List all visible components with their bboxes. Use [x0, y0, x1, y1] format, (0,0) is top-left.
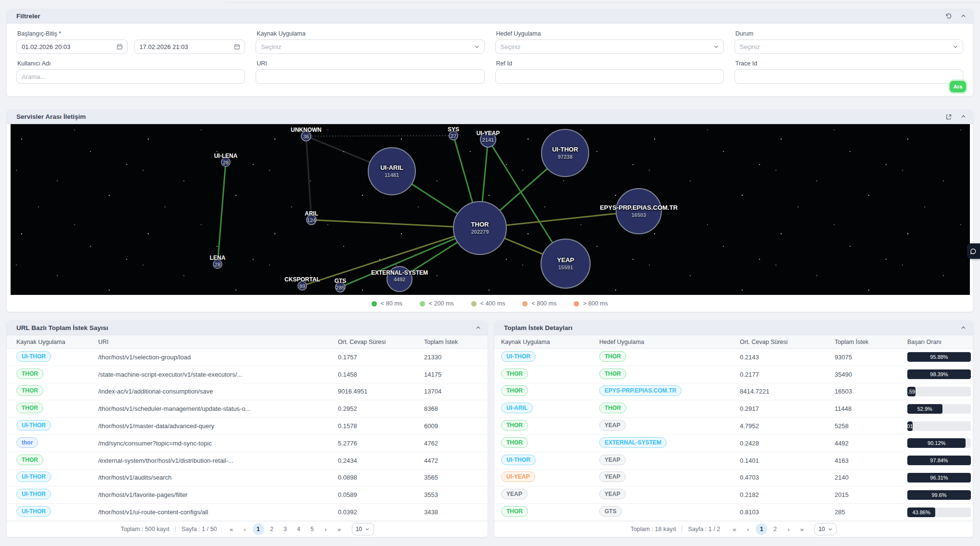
uri-input[interactable] — [261, 73, 479, 80]
table-cell: /thor/host/v1/scheduler-management/updat… — [98, 405, 338, 412]
graph-node-ui-lena[interactable] — [221, 157, 231, 167]
badge-cell: UI-ARIL — [501, 403, 599, 415]
collapse-filters-icon[interactable] — [959, 13, 967, 20]
table-row: THOR/external-system/thor/host/v1/distri… — [7, 452, 488, 470]
app-badge: UI-YEAP — [501, 471, 535, 482]
reset-filters-icon[interactable] — [945, 13, 953, 20]
refid-field[interactable] — [495, 69, 724, 84]
chat-bubble-button[interactable] — [967, 243, 980, 259]
page-size-value: 10 — [356, 526, 362, 533]
app-badge: THOR — [599, 368, 626, 379]
url-table-pagination: Toplam : 500 kayıtSayfa : 1 / 50«‹12345›… — [7, 521, 488, 537]
end-date-field[interactable] — [134, 39, 245, 54]
uri-field[interactable] — [256, 69, 484, 84]
page-button-5[interactable]: 5 — [307, 523, 318, 535]
details-table-page-size-select[interactable]: 10 — [814, 523, 837, 535]
end-date-input[interactable] — [140, 43, 240, 51]
table-cell: 0.1458 — [338, 371, 424, 378]
next-page-button[interactable]: › — [783, 523, 794, 535]
table-row: UI-THORYEAP0.1401416397.84% — [494, 452, 973, 470]
column-header: Kaynak Uygulama — [16, 339, 98, 345]
graph-node-ui-yeap[interactable] — [480, 131, 496, 148]
graph-node-ui-aril[interactable] — [368, 147, 416, 195]
graph-node-thor[interactable] — [453, 201, 507, 255]
legend-label: < 800 ms — [531, 300, 556, 307]
collapse-url-table-icon[interactable] — [474, 324, 482, 332]
table-cell: 8414.7221 — [740, 388, 835, 395]
column-header: Başarı Oranı — [907, 339, 973, 345]
table-cell: /thor/host/v1/audits/search — [98, 474, 338, 481]
badge-cell: thor — [16, 437, 98, 449]
graph-node-ui-thor[interactable] — [541, 129, 589, 177]
success-rate-bar: 52.9% — [907, 404, 971, 414]
status-placeholder: Seçiniz — [740, 43, 760, 51]
last-page-button[interactable]: » — [796, 523, 808, 535]
graph-node-cksportal[interactable] — [297, 281, 307, 291]
table-cell: 4492 — [835, 440, 907, 447]
legend-dot — [420, 301, 425, 306]
page-button-2[interactable]: 2 — [769, 523, 781, 535]
graph-node-aril[interactable] — [306, 215, 317, 225]
table-cell: 0.2182 — [740, 491, 835, 498]
next-page-button[interactable]: › — [320, 523, 332, 535]
legend-item: < 200 ms — [420, 300, 454, 307]
app-badge: THOR — [599, 403, 626, 413]
badge-cell: THOR — [501, 420, 599, 432]
success-rate-fill: 99.6% — [907, 490, 971, 500]
username-field[interactable] — [16, 69, 245, 84]
collapse-details-table-icon[interactable] — [959, 324, 967, 332]
start-date-field[interactable] — [16, 39, 128, 54]
source-app-select[interactable]: Seçiniz — [256, 39, 484, 54]
page-button-1[interactable]: 1 — [756, 523, 767, 535]
prev-page-button[interactable]: ‹ — [239, 523, 251, 535]
success-rate-bar: 01 — [907, 421, 971, 431]
refid-label: Ref Id — [496, 60, 724, 67]
badge-cell: THOR — [501, 385, 599, 397]
chat-bubble-icon — [970, 248, 977, 255]
graph-node-unknown[interactable] — [301, 131, 311, 141]
page-button-2[interactable]: 2 — [266, 523, 278, 535]
table-row: UI-THORTHOR0.21439307595.88% — [494, 349, 973, 366]
badge-cell: UI-THOR — [16, 471, 98, 483]
first-page-button[interactable]: « — [729, 523, 740, 535]
refid-input[interactable] — [501, 73, 719, 80]
table-cell: 0.1578 — [338, 422, 424, 430]
last-page-button[interactable]: » — [334, 523, 345, 535]
badge-cell: UI-THOR — [16, 489, 98, 501]
expand-icon[interactable] — [945, 113, 953, 121]
page-button-4[interactable]: 4 — [293, 523, 305, 535]
graph-node-external-system[interactable] — [387, 266, 413, 292]
graph-node-lena[interactable] — [213, 259, 222, 269]
badge-cell: UI-YEAP — [501, 471, 599, 483]
collapse-graph-icon[interactable] — [959, 113, 967, 121]
start-date-input[interactable] — [22, 43, 122, 51]
prev-page-button[interactable]: ‹ — [742, 523, 754, 535]
table-cell: 0.2917 — [740, 405, 835, 412]
page-button-3[interactable]: 3 — [280, 523, 291, 535]
graph-node-yeap[interactable] — [541, 239, 591, 289]
badge-cell: YEAP — [599, 455, 740, 467]
page-button-1[interactable]: 1 — [253, 523, 264, 535]
table-cell: 0.0392 — [338, 508, 424, 516]
traceid-field[interactable] — [735, 69, 963, 84]
calendar-icon[interactable] — [116, 44, 123, 50]
column-header: Kaynak Uygulama — [501, 339, 599, 345]
url-table-page-size-select[interactable]: 10 — [352, 523, 374, 535]
graph-node-epys-prp.epias.com.tr[interactable] — [616, 188, 662, 234]
search-button[interactable]: Ara — [950, 81, 966, 92]
traceid-input[interactable] — [740, 73, 958, 80]
graph-node-sys[interactable] — [449, 131, 458, 140]
calendar-icon[interactable] — [234, 44, 240, 50]
legend-dot — [471, 301, 477, 306]
success-rate-bar: 97.84% — [907, 456, 971, 465]
first-page-button[interactable]: « — [226, 523, 237, 535]
graph-canvas[interactable]: UNKNOWN36SYS27UI-YEAP2141UI-THOR97238UI-… — [11, 124, 970, 295]
app-badge: UI-THOR — [16, 471, 51, 482]
app-badge: YEAP — [599, 455, 626, 465]
username-input[interactable] — [22, 73, 240, 80]
badge-cell: YEAP — [599, 420, 740, 432]
graph-node-gts[interactable] — [335, 282, 346, 292]
status-select[interactable]: Seçiniz — [735, 39, 963, 54]
target-app-select[interactable]: Seçiniz — [495, 39, 724, 54]
chevron-down-icon — [365, 527, 370, 532]
